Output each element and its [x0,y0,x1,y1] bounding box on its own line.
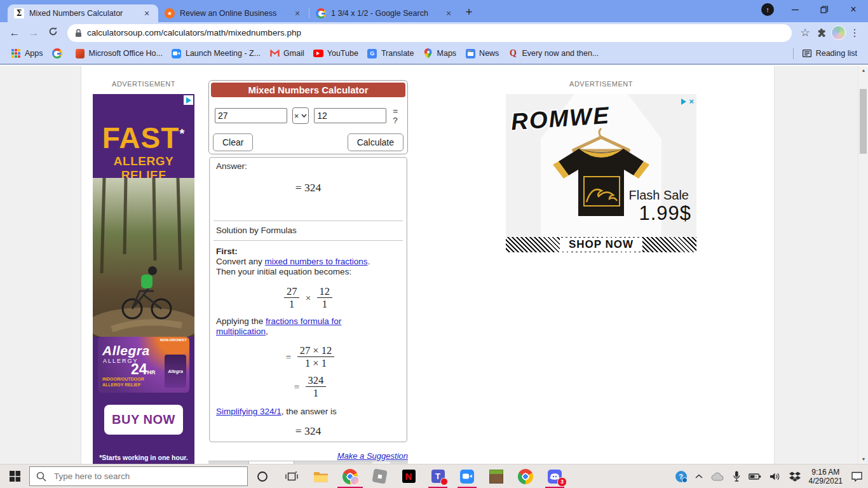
discord-button[interactable]: 3 [540,464,569,488]
minimize-button[interactable] [780,0,810,19]
bookmark-office[interactable]: Microsoft Office Ho... [71,46,167,60]
help-icon[interactable]: ? [675,471,687,482]
product-tag: NON-DROWSY [160,338,187,342]
google-favicon [316,8,326,18]
extensions-puzzle-icon[interactable] [813,28,830,38]
restore-button[interactable] [810,0,839,19]
reading-list-icon [802,48,812,58]
mixed-numbers-link[interactable]: mixed numbers to fractions [265,257,368,266]
make-suggestion-link[interactable]: Make a Suggestion [337,451,408,461]
page-content: ADVERTISEMENT FAST* ALLERGY RELIEF FOR S… [81,66,775,464]
tab-title: 1 3/4 x 1/2 - Google Search [331,9,438,18]
gmail-icon [269,48,280,58]
taskbar-search[interactable] [29,466,248,486]
bookmark-google[interactable] [48,46,71,60]
chrome-secondary-button[interactable] [511,464,540,488]
tab-google-search[interactable]: 1 3/4 x 1/2 - Google Search × [309,4,460,22]
answer-panel: Answer: = 324 Solution by Formulas First… [209,157,407,442]
ad-close-icon[interactable]: × [689,97,694,106]
chrome-active-button[interactable] [336,464,365,488]
product-brand: Allegra [102,343,150,358]
scroll-up-arrow[interactable]: ▲ [858,66,868,75]
minecraft-icon [489,470,503,484]
reload-button[interactable] [43,27,62,39]
action-center-icon[interactable] [851,471,863,482]
search-input[interactable] [53,471,220,482]
tab-mixed-numbers[interactable]: Σ Mixed Numbers Calculator × [8,4,158,22]
tab-close-icon[interactable]: × [444,8,454,18]
bookmark-youtube[interactable]: YouTube [309,46,363,60]
bookmark-translate[interactable]: G Translate [363,46,419,60]
menu-dots-icon[interactable]: ⋮ [846,27,863,39]
tab-review-business[interactable]: ★ Review an Online Business × [158,4,309,22]
close-button[interactable]: × [839,0,868,19]
product-duration: 24HR [131,361,156,378]
new-tab-button[interactable]: + [460,3,478,21]
cortana-button[interactable] [248,464,277,488]
profile-avatar[interactable] [831,25,846,40]
battery-icon[interactable] [749,473,761,480]
bookmark-apps[interactable]: Apps [6,46,48,60]
taskbar-clock[interactable]: 9:16 AM 4/29/2021 [809,468,843,485]
zoom-button[interactable] [452,464,482,488]
start-button[interactable] [0,464,29,488]
shop-now-button[interactable]: SHOP NOW [506,237,696,252]
dropbox-icon[interactable] [789,471,801,482]
volume-icon[interactable] [770,472,781,481]
clear-button[interactable]: Clear [213,133,253,151]
adchoices-icon[interactable] [184,95,193,105]
equals-hint: = ? [393,106,402,125]
adchoices-icon[interactable]: × [681,97,694,106]
tab-close-icon[interactable]: × [142,8,152,18]
mountain-biker-photo [93,178,194,337]
operator-select[interactable]: × [292,107,309,124]
bookmark-zoom-meeting[interactable]: Launch Meeting - Z... [167,46,265,60]
roblox-button[interactable] [365,464,394,488]
scroll-down-arrow[interactable]: ▼ [858,455,868,464]
bookmark-quora[interactable]: Q Every now and then... [503,46,603,60]
allegra-ad-banner[interactable]: FAST* ALLERGY RELIEF FOR SPEEDY TRAILS [93,94,194,464]
apps-grid-icon [11,49,20,58]
netflix-button[interactable]: N [394,464,423,488]
forward-button[interactable]: → [24,27,43,39]
buy-now-button[interactable]: BUY NOW [104,405,183,435]
onedrive-cloud-icon[interactable] [711,472,724,481]
calculator-panel: Mixed Numbers Calculator × = ? Clear Cal… [208,80,408,154]
scrollbar-thumb[interactable] [860,89,867,154]
bookmark-maps[interactable]: Maps [419,46,461,60]
simplify-line: Simplifying 324/1, the answer is [216,407,400,417]
simplifying-link[interactable]: Simplifying 324/1 [216,407,281,416]
bookmark-news[interactable]: News [461,46,503,60]
minecraft-button[interactable] [482,464,511,488]
photo-badge [350,476,360,485]
browser-update-icon[interactable]: ↑ [761,3,774,16]
tab-close-icon[interactable]: × [292,8,302,18]
equation-result-fraction: = 3241 [216,374,400,399]
news-icon [466,49,475,58]
discord-badge: 3 [557,477,567,487]
equation-multiplied: = 27 × 121 × 1 [216,344,400,369]
chrome-icon [342,469,358,484]
operand1-input[interactable] [215,108,287,123]
roblox-icon [372,468,387,484]
bookmark-gmail[interactable]: Gmail [265,46,309,60]
file-explorer-button[interactable] [306,464,336,488]
microphone-icon[interactable] [733,471,740,482]
ad-disclaimer: *Starts working in one hour. [93,454,194,461]
tray-chevron-icon[interactable] [695,474,703,479]
page-scrollbar[interactable]: ▲ ▼ [858,66,868,464]
teams-button[interactable]: T [423,464,452,488]
search-icon [36,471,46,482]
bookmark-star-icon[interactable]: ☆ [797,26,813,39]
back-button[interactable]: ← [5,27,24,39]
task-view-button[interactable] [277,464,306,488]
url-text[interactable]: calculatorsoup.com/calculators/math/mixe… [87,28,301,37]
youtube-icon [313,50,323,57]
calculate-button[interactable]: Calculate [348,133,403,151]
address-bar[interactable]: calculatorsoup.com/calculators/math/mixe… [67,24,792,42]
system-tray: ? 9:16 AM 4/29/2021 [675,468,868,485]
romwe-ad-banner[interactable]: ROMWE × Flash Sale 1.99$ SHOP NOW [506,94,696,253]
reading-list-button[interactable]: Reading list [797,46,862,60]
operand2-input[interactable] [314,108,386,123]
netflix-icon: N [402,470,416,483]
